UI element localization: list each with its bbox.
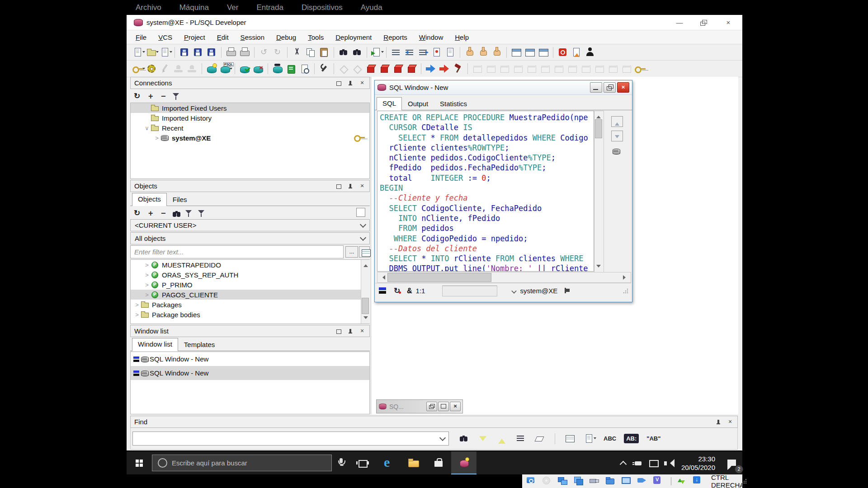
filter-more-button[interactable]: ... xyxy=(345,246,358,258)
db-gl-icon[interactable] xyxy=(271,63,284,75)
clip-icon[interactable] xyxy=(498,63,511,75)
print-icon[interactable] xyxy=(238,46,251,58)
cube-icon[interactable] xyxy=(405,63,418,75)
db-b-icon[interactable] xyxy=(205,63,218,75)
barrow-icon[interactable] xyxy=(424,63,438,75)
p-refresh-icon[interactable] xyxy=(132,208,143,219)
person-icon[interactable] xyxy=(583,46,597,58)
undo-icon[interactable] xyxy=(257,46,271,58)
ind-l-icon[interactable] xyxy=(403,46,416,58)
menu-file[interactable]: File xyxy=(136,33,146,41)
clip-icon[interactable] xyxy=(525,63,538,75)
menu-deployment[interactable]: Deployment xyxy=(335,33,372,41)
close-icon[interactable]: × xyxy=(359,183,366,190)
taskbar-file-explorer[interactable] xyxy=(401,451,426,474)
v-net-icon[interactable] xyxy=(557,475,571,488)
chevron-collapsed-icon[interactable]: > xyxy=(143,282,151,288)
orangedoc-icon[interactable] xyxy=(570,46,583,58)
tray-network[interactable] xyxy=(646,451,661,474)
float-icon[interactable] xyxy=(335,80,342,87)
layout-icon[interactable] xyxy=(523,46,537,58)
chevron-collapsed-icon[interactable]: > xyxy=(133,301,141,308)
disk-icon[interactable] xyxy=(205,46,218,58)
diam-icon[interactable] xyxy=(337,63,350,75)
scroll-down-icon[interactable] xyxy=(363,316,368,321)
folder-icon[interactable] xyxy=(145,46,158,58)
dropdown-icon[interactable] xyxy=(230,68,232,71)
tree-item-system-xe[interactable]: >system@XE xyxy=(131,133,369,143)
float-icon[interactable] xyxy=(335,328,342,335)
pagered-icon[interactable] xyxy=(430,46,443,58)
pin-icon[interactable] xyxy=(561,286,572,296)
menu-edit[interactable]: Edit xyxy=(217,33,229,41)
task-view-button[interactable] xyxy=(350,451,375,474)
taskbar-edge[interactable] xyxy=(375,451,401,474)
refresh-icon[interactable] xyxy=(392,286,403,296)
close-button[interactable]: × xyxy=(450,402,461,411)
maximize-button[interactable] xyxy=(438,402,449,411)
diam-icon[interactable] xyxy=(350,63,364,75)
disk-icon[interactable] xyxy=(191,46,205,58)
layout-icon[interactable] xyxy=(509,46,523,58)
minimized-sql-window[interactable]: SQ... × xyxy=(376,399,463,413)
dropdown-icon[interactable] xyxy=(381,51,384,54)
pin-icon[interactable] xyxy=(347,80,354,87)
p-binoc-icon[interactable] xyxy=(170,208,181,219)
chevron-collapsed-icon[interactable]: > xyxy=(143,291,151,298)
menu-archivo[interactable]: Archivo xyxy=(136,3,161,12)
disk-icon[interactable] xyxy=(178,46,191,58)
pin-icon[interactable] xyxy=(347,328,354,335)
p-plus-icon[interactable] xyxy=(145,208,156,219)
p-minus-icon[interactable] xyxy=(157,91,168,102)
db-p-icon[interactable] xyxy=(218,63,232,75)
menu-reports[interactable]: Reports xyxy=(383,33,407,41)
binoc-icon[interactable] xyxy=(337,46,350,58)
wrench-icon[interactable] xyxy=(317,63,331,75)
hand-icon[interactable] xyxy=(490,46,504,58)
action-center-button[interactable]: 2 xyxy=(722,451,742,474)
menu-máquina[interactable]: Máquina xyxy=(179,3,209,12)
resize-grip[interactable] xyxy=(623,288,628,294)
menu-entrada[interactable]: Entrada xyxy=(256,3,283,12)
menu-debug[interactable]: Debug xyxy=(276,33,296,41)
tray-power[interactable] xyxy=(631,451,646,474)
tree-item-package-bodies[interactable]: >Package bodies xyxy=(131,310,369,319)
clip-icon[interactable] xyxy=(511,63,525,75)
menu-help[interactable]: Help xyxy=(455,33,469,41)
clip-icon[interactable] xyxy=(620,63,633,75)
tree-item-packages[interactable]: >Packages xyxy=(131,300,369,310)
tab-window-list[interactable]: Window list xyxy=(132,338,178,351)
cube-icon[interactable] xyxy=(391,63,405,75)
cut-icon[interactable] xyxy=(290,46,304,58)
clip-icon[interactable] xyxy=(606,63,620,75)
hand-icon[interactable] xyxy=(463,46,476,58)
dropdown-icon[interactable] xyxy=(594,437,596,441)
start-button[interactable] xyxy=(127,451,152,474)
redo-icon[interactable] xyxy=(271,46,284,58)
tab-templates[interactable]: Templates xyxy=(178,338,221,351)
paste-icon[interactable] xyxy=(317,46,331,58)
clip-icon[interactable] xyxy=(566,63,579,75)
sql-window-titlebar[interactable]: SQL Window - New × xyxy=(375,80,632,95)
pencil-icon[interactable] xyxy=(158,63,172,75)
tab-sql[interactable]: SQL xyxy=(377,97,402,110)
objects-scrollbar[interactable] xyxy=(361,260,370,324)
p-funnel2-icon[interactable] xyxy=(170,91,181,102)
stamp-icon[interactable] xyxy=(172,63,185,75)
clip-icon[interactable] xyxy=(579,63,593,75)
chevron-down-icon[interactable] xyxy=(439,434,446,441)
tab-output[interactable]: Output xyxy=(402,98,434,110)
tab-objects[interactable]: Objects xyxy=(132,193,167,206)
pin-icon[interactable] xyxy=(715,418,722,426)
v-cam-icon[interactable] xyxy=(637,475,650,488)
pin-icon[interactable] xyxy=(347,183,354,190)
taskbar-plsql-developer[interactable] xyxy=(451,451,476,474)
dots-icon[interactable] xyxy=(514,432,528,445)
taskbar-clock[interactable]: 23:30 20/05/2020 xyxy=(681,455,715,472)
tri-up-icon[interactable] xyxy=(495,432,509,445)
pagearrow-icon[interactable] xyxy=(370,46,383,58)
page-icon[interactable] xyxy=(158,46,172,58)
p-minus-icon[interactable] xyxy=(157,208,168,219)
editor-hscrollbar[interactable] xyxy=(377,272,631,283)
lines-icon[interactable] xyxy=(389,46,403,58)
